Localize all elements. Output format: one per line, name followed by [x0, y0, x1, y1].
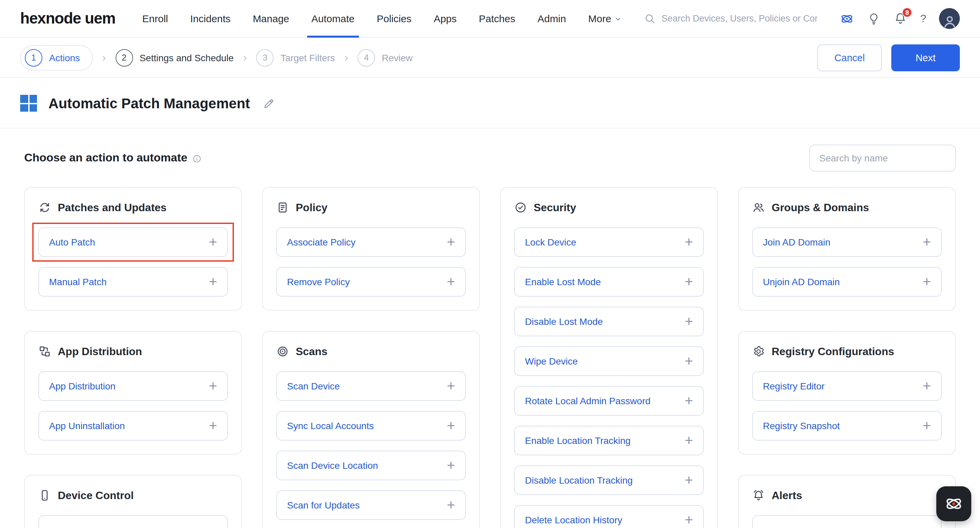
card-header: Groups & Domains — [752, 201, 942, 214]
hexnode-chat-widget[interactable] — [936, 486, 971, 521]
notification-count-badge: 8 — [902, 7, 912, 18]
scan-target-icon — [276, 345, 289, 358]
grid-column-4: Groups & Domains Join AD Domain + Unjoin… — [738, 187, 956, 528]
nav-item-enroll[interactable]: Enroll — [142, 0, 168, 37]
action-remove-policy[interactable]: Remove Policy + — [276, 267, 466, 297]
action-disable-lost-mode[interactable]: Disable Lost Mode + — [514, 307, 704, 336]
card-registry-configurations: Registry Configurations Registry Editor … — [738, 331, 956, 455]
action-enable-lost-mode[interactable]: Enable Lost Mode + — [514, 267, 704, 297]
section-title-wrap: Choose an action to automate — [24, 152, 202, 165]
card-security: Security Lock Device + Enable Lost Mode … — [500, 187, 718, 528]
card-header: Security — [514, 201, 704, 214]
nav-right-cluster: 8 ? — [644, 8, 960, 29]
action-join-ad-domain[interactable]: Join AD Domain + — [752, 227, 942, 257]
step-review: 4 Review — [358, 49, 413, 66]
action-app-distribution[interactable]: App Distribution + — [38, 371, 228, 401]
card-header: Device Control — [38, 489, 228, 502]
action-wipe-device[interactable]: Wipe Device + — [514, 346, 704, 376]
card-title: Patches and Updates — [58, 201, 167, 214]
action-sync-local-accounts[interactable]: Sync Local Accounts + — [276, 411, 466, 440]
stepper-actions: Cancel Next — [817, 44, 960, 71]
nav-item-apps[interactable]: Apps — [434, 0, 457, 37]
action-registry-editor[interactable]: Registry Editor + — [752, 371, 942, 401]
nav-item-automate[interactable]: Automate — [312, 0, 355, 37]
action-enable-location-tracking[interactable]: Enable Location Tracking + — [514, 426, 704, 455]
action-associate-policy[interactable]: Associate Policy + — [276, 227, 466, 257]
action-search-input[interactable] — [809, 145, 956, 172]
step-label: Settings and Schedule — [140, 52, 234, 63]
plus-icon: + — [684, 512, 693, 526]
card-policy: Policy Associate Policy + Remove Policy … — [262, 187, 480, 311]
nav-item-more-label: More — [588, 13, 611, 24]
action-app-uninstallation[interactable]: App Uninstallation + — [38, 411, 228, 440]
main-nav: Enroll Incidents Manage Automate Policie… — [142, 0, 622, 37]
action-auto-patch[interactable]: Auto Patch + — [38, 227, 228, 257]
info-icon[interactable] — [192, 154, 202, 163]
action-scan-device-location[interactable]: Scan Device Location + — [276, 451, 466, 480]
action-disable-location-tracking[interactable]: Disable Location Tracking + — [514, 466, 704, 495]
grid-column-3: Security Lock Device + Enable Lost Mode … — [500, 187, 718, 528]
nav-item-policies[interactable]: Policies — [377, 0, 411, 37]
hexnode-genie-icon[interactable] — [840, 11, 854, 26]
action-unjoin-ad-domain[interactable]: Unjoin AD Domain + — [752, 267, 942, 297]
step-label: Actions — [49, 52, 80, 63]
next-button[interactable]: Next — [891, 44, 960, 71]
hexnode-logo[interactable]: hexnode uem — [20, 10, 115, 27]
cancel-button[interactable]: Cancel — [817, 44, 882, 71]
card-title: Registry Configurations — [772, 345, 894, 357]
plus-icon: + — [447, 378, 455, 392]
action-item-partial[interactable] — [752, 515, 942, 528]
app-distribution-icon — [38, 345, 51, 358]
action-label: Delete Location History — [525, 515, 622, 525]
step-settings-and-schedule[interactable]: 2 Settings and Schedule — [115, 49, 234, 66]
action-delete-location-history[interactable]: Delete Location History + — [514, 505, 704, 528]
notifications-bell-icon[interactable]: 8 — [893, 11, 907, 26]
nav-item-more[interactable]: More — [588, 0, 622, 37]
edit-pencil-icon[interactable] — [263, 97, 275, 109]
action-manual-patch[interactable]: Manual Patch + — [38, 267, 228, 297]
action-label: Join AD Domain — [763, 237, 830, 247]
action-registry-snapshot[interactable]: Registry Snapshot + — [752, 411, 942, 440]
action-label: Scan Device — [287, 381, 340, 391]
chevron-down-icon — [615, 16, 622, 23]
search-icon — [644, 13, 656, 24]
action-label: Registry Snapshot — [763, 420, 840, 431]
plus-icon: + — [684, 274, 693, 288]
nav-item-admin[interactable]: Admin — [538, 0, 566, 37]
nav-item-incidents[interactable]: Incidents — [190, 0, 231, 37]
step-actions[interactable]: 1 Actions — [20, 45, 93, 70]
actions-grid: Patches and Updates Auto Patch + Manual … — [0, 172, 980, 528]
user-avatar[interactable] — [939, 8, 960, 29]
plus-icon: + — [447, 458, 455, 472]
global-search[interactable] — [644, 13, 817, 24]
action-lock-device[interactable]: Lock Device + — [514, 227, 704, 257]
nav-item-patches[interactable]: Patches — [479, 0, 515, 37]
wizard-stepper: 1 Actions › 2 Settings and Schedule › 3 … — [0, 38, 980, 78]
plus-icon: + — [209, 234, 217, 249]
action-scan-device[interactable]: Scan Device + — [276, 371, 466, 401]
card-scans: Scans Scan Device + Sync Local Accounts … — [262, 331, 480, 528]
action-item-partial[interactable] — [38, 515, 228, 528]
plus-icon: + — [209, 274, 217, 288]
action-scan-for-updates[interactable]: Scan for Updates + — [276, 490, 466, 520]
action-label: Manual Patch — [49, 276, 107, 287]
plus-icon: + — [684, 314, 693, 328]
help-icon[interactable]: ? — [920, 13, 926, 24]
nav-item-manage[interactable]: Manage — [253, 0, 289, 37]
lightbulb-icon[interactable] — [867, 12, 881, 25]
section-title: Choose an action to automate — [24, 152, 188, 165]
plus-icon: + — [447, 418, 455, 432]
global-search-input[interactable] — [662, 13, 817, 24]
action-label: Disable Location Tracking — [525, 475, 633, 486]
action-label: Enable Location Tracking — [525, 435, 630, 446]
action-label: Associate Policy — [287, 237, 356, 247]
section-header: Choose an action to automate — [0, 128, 980, 172]
action-label: Auto Patch — [49, 237, 95, 247]
plus-icon: + — [684, 234, 693, 249]
plus-icon: + — [923, 234, 931, 249]
action-label: Scan Device Location — [287, 460, 378, 471]
action-rotate-local-admin-password[interactable]: Rotate Local Admin Password + — [514, 386, 704, 416]
card-title: App Distribution — [58, 345, 142, 357]
plus-icon: + — [684, 353, 693, 368]
card-title: Alerts — [772, 489, 802, 501]
